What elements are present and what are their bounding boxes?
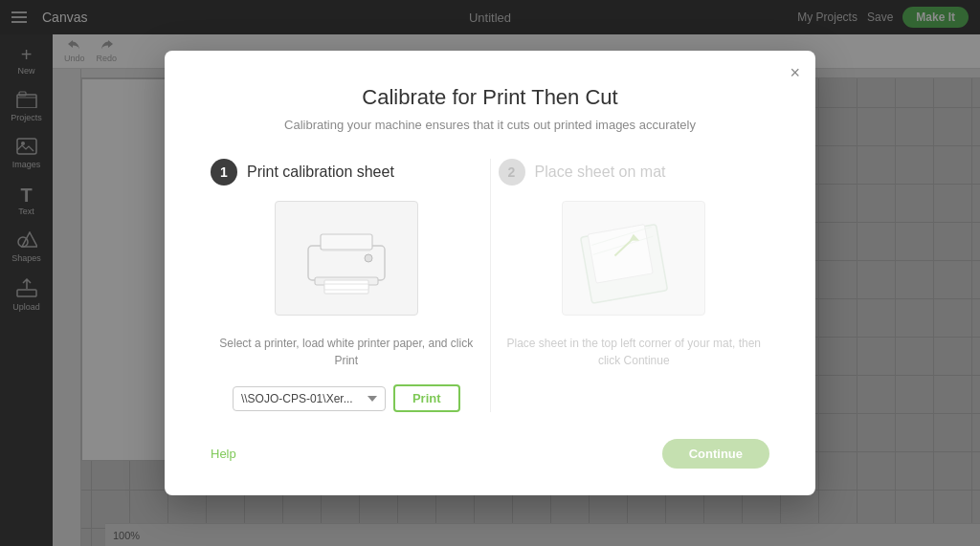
svg-rect-18 (588, 225, 653, 284)
modal-footer: Help Continue (211, 439, 769, 469)
printer-select[interactable]: \\SOJO-CPS-01\Xer... (233, 386, 386, 411)
step-2-desc: Place sheet in the top left corner of yo… (499, 335, 770, 369)
modal-title: Calibrate for Print Then Cut (211, 85, 769, 110)
svg-rect-11 (321, 234, 372, 250)
modal-subtitle: Calibrating your machine ensures that it… (211, 118, 769, 132)
step-2-label: Place sheet on mat (535, 164, 666, 181)
step-1-desc: Select a printer, load white printer pap… (219, 335, 473, 369)
step-1: 1 Print calibration sheet (211, 159, 482, 412)
svg-point-15 (365, 254, 372, 262)
close-button[interactable]: × (790, 64, 800, 81)
step-2: 2 Place sheet on mat (499, 159, 770, 412)
step-2-header: 2 Place sheet on mat (499, 159, 666, 186)
calibration-modal: × Calibrate for Print Then Cut Calibrati… (165, 51, 815, 495)
steps-container: 1 Print calibration sheet (211, 159, 769, 412)
print-button[interactable]: Print (393, 384, 460, 412)
step-divider (490, 159, 491, 412)
step-1-number: 1 (211, 159, 237, 186)
step-1-label: Print calibration sheet (247, 164, 394, 181)
step-1-image (275, 201, 418, 316)
step-2-image (562, 201, 705, 316)
continue-button[interactable]: Continue (662, 439, 769, 469)
help-link[interactable]: Help (211, 447, 236, 461)
step-2-number: 2 (499, 159, 525, 186)
modal-overlay: × Calibrate for Print Then Cut Calibrati… (0, 0, 980, 546)
printer-controls: \\SOJO-CPS-01\Xer... Print (233, 384, 460, 412)
svg-rect-14 (324, 284, 368, 290)
step-1-header: 1 Print calibration sheet (211, 159, 394, 186)
